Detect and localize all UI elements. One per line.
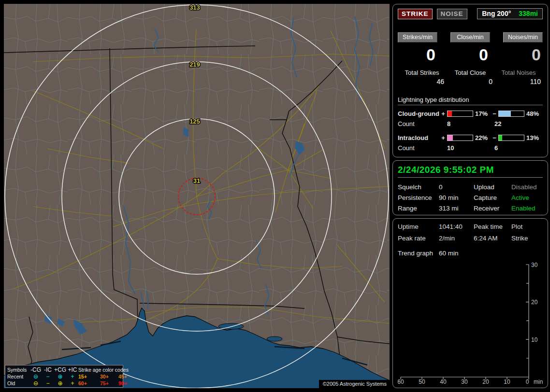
- legend-col-nic: -IC: [42, 366, 54, 373]
- ic-plus-count: 10: [447, 144, 494, 152]
- bearing-readout: Bng 200° 338mi: [477, 8, 543, 19]
- datetime-display: 2/24/2026 9:55:02 PM: [398, 165, 543, 178]
- old-nic-icon: −: [42, 380, 54, 387]
- upload-label: Upload: [474, 183, 511, 191]
- ring-label-313: 313: [189, 4, 200, 11]
- trend-graph: 30 20 10 60 50 40 30 20 10 0 min: [398, 258, 547, 384]
- ring-label-125: 125: [189, 118, 200, 125]
- x-tick-0: 0: [526, 378, 529, 384]
- x-tick-30: 30: [461, 378, 468, 384]
- ring-label-31: 31: [193, 177, 200, 184]
- plus-sign: +: [440, 110, 446, 117]
- old-ncg-icon: ⊖: [29, 380, 42, 387]
- status-panel: 2/24/2026 9:55:02 PM Squelch 0 Upload Di…: [392, 160, 548, 215]
- total-noises-value: 110: [494, 78, 543, 85]
- cloud-ground-label: Cloud-ground: [398, 110, 440, 117]
- x-tick-60: 60: [398, 378, 404, 384]
- x-tick-40: 40: [440, 378, 447, 384]
- minus-sign: −: [492, 134, 497, 141]
- map-bay2: [267, 336, 282, 341]
- map-canvas: 313 219 125 31: [4, 4, 390, 388]
- cg-plus-bar-fill: [448, 111, 452, 116]
- ic-plus-bar-fill: [448, 135, 453, 140]
- y-tick-30: 30: [531, 262, 538, 268]
- age-75: 75+: [100, 380, 118, 387]
- ic-plus-bar: [447, 135, 473, 141]
- minus-sign: −: [492, 110, 497, 117]
- noise-mode-button[interactable]: NOISE: [437, 9, 467, 19]
- peak-time-value: 6:24 AM: [474, 235, 511, 242]
- ic-minus-bar-fill: [499, 135, 502, 140]
- ic-plus-pct: 22%: [474, 134, 492, 141]
- legend-col-pic: +IC: [67, 366, 78, 373]
- age-45: 45+: [118, 373, 138, 380]
- strike-mode-button[interactable]: STRIKE: [398, 9, 433, 19]
- strike-counters-panel: STRIKE NOISE Bng 200° 338mi Strikes/min …: [392, 4, 548, 157]
- x-tick-20: 20: [482, 378, 489, 384]
- old-pic-icon: +: [67, 380, 78, 387]
- receiver-value: Enabled: [511, 205, 543, 212]
- legend-col-pcg: +CG: [54, 366, 67, 373]
- age-90: 90+: [118, 380, 138, 387]
- total-close-label: Total Close: [446, 69, 494, 76]
- bearing-distance: 338mi: [519, 10, 538, 17]
- plot-label: Plot: [511, 223, 543, 230]
- legend-symbols-header: Symbols: [7, 366, 29, 373]
- copyright-text: ©2005 Astrogenic Systems: [319, 380, 390, 388]
- ic-minus-pct: 13%: [525, 134, 543, 141]
- y-tick-10: 10: [531, 336, 538, 343]
- cg-minus-pct: 48%: [525, 110, 543, 117]
- close-per-min-value: 0: [450, 45, 490, 64]
- legend-col-ncg: -CG: [29, 366, 42, 373]
- uptime-value: 1041:40: [439, 223, 474, 230]
- noises-per-min-value: 0: [503, 45, 543, 64]
- upload-value: Disabled: [511, 183, 543, 191]
- trend-graph-value: 60 min: [439, 250, 459, 257]
- legend-row-recent-label: Recent: [7, 373, 29, 380]
- recent-pcg-icon: ⊕: [54, 373, 67, 380]
- y-tick-20: 20: [531, 299, 538, 306]
- cg-minus-bar-fill: [499, 111, 511, 116]
- x-axis-unit: min: [534, 378, 543, 384]
- cg-plus-count: 8: [447, 120, 494, 127]
- range-label: Range: [398, 205, 439, 212]
- lightning-map[interactable]: 313 219 125 31 Symbols -CG -IC +CG +IC S…: [4, 4, 390, 388]
- plus-sign: +: [440, 134, 446, 141]
- recent-pic-icon: +: [67, 373, 78, 380]
- strikes-per-min-button[interactable]: Strikes/min: [398, 32, 437, 42]
- capture-label: Capture: [474, 194, 511, 201]
- x-tick-10: 10: [504, 378, 510, 384]
- peak-rate-label: Peak rate: [398, 235, 439, 242]
- ic-minus-count: 6: [494, 144, 498, 152]
- total-close-value: 0: [446, 78, 494, 85]
- recent-nic-icon: −: [42, 373, 54, 380]
- ic-count-label: Count: [398, 144, 447, 152]
- persistence-label: Persistence: [398, 194, 439, 201]
- close-per-min-button[interactable]: Close/min: [450, 32, 490, 42]
- ring-label-219: 219: [189, 61, 200, 68]
- peak-rate-value: 2/min: [439, 235, 474, 242]
- x-tick-50: 50: [419, 378, 425, 384]
- strikes-per-min-value: 0: [398, 45, 437, 64]
- squelch-value: 0: [439, 183, 474, 191]
- noises-per-min-button[interactable]: Noises/min: [503, 32, 543, 42]
- legend-age-header: Strike age color codes: [78, 366, 138, 373]
- legend-row-old-label: Old: [7, 380, 29, 387]
- cg-count-label: Count: [398, 120, 447, 127]
- plot-value: Strike: [511, 235, 543, 242]
- persistence-value: 90 min: [439, 194, 474, 201]
- total-strikes-value: 46: [398, 78, 446, 85]
- total-strikes-label: Total Strikes: [398, 69, 446, 76]
- intracloud-label: Intracloud: [398, 134, 440, 141]
- stats-panel: Uptime 1041:40 Peak time Plot Peak rate …: [392, 218, 548, 388]
- range-value: 313 mi: [439, 205, 474, 212]
- age-30: 30+: [100, 373, 118, 380]
- ic-minus-bar: [498, 135, 524, 141]
- peak-time-label: Peak time: [474, 223, 511, 230]
- old-pcg-icon: ⊕: [54, 380, 67, 387]
- uptime-label: Uptime: [398, 223, 439, 230]
- age-15: 15+: [78, 373, 100, 380]
- cg-minus-bar: [498, 111, 524, 117]
- cg-plus-bar: [447, 111, 473, 117]
- trend-graph-label: Trend graph: [398, 250, 439, 257]
